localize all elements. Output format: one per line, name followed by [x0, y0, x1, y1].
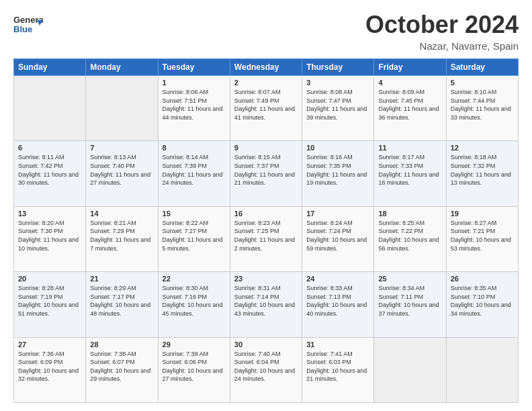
calendar-cell: 20Sunrise: 8:28 AM Sunset: 7:19 PM Dayli…: [14, 272, 86, 337]
calendar-cell: 1Sunrise: 8:06 AM Sunset: 7:51 PM Daylig…: [158, 76, 230, 141]
day-number: 26: [451, 275, 514, 283]
day-number: 25: [378, 275, 441, 283]
day-number: 8: [163, 144, 226, 152]
day-number: 7: [90, 144, 153, 152]
calendar-cell: 4Sunrise: 8:09 AM Sunset: 7:45 PM Daylig…: [374, 76, 446, 141]
day-info: Sunrise: 8:35 AM Sunset: 7:10 PM Dayligh…: [451, 284, 514, 318]
calendar-cell: 5Sunrise: 8:10 AM Sunset: 7:44 PM Daylig…: [446, 76, 518, 141]
calendar-cell: 7Sunrise: 8:13 AM Sunset: 7:40 PM Daylig…: [86, 141, 158, 206]
day-info: Sunrise: 8:28 AM Sunset: 7:19 PM Dayligh…: [18, 284, 81, 318]
calendar-cell: 13Sunrise: 8:20 AM Sunset: 7:30 PM Dayli…: [14, 206, 86, 271]
day-number: 16: [234, 210, 298, 218]
day-number: 27: [18, 340, 81, 349]
calendar-week-4: 20Sunrise: 8:28 AM Sunset: 7:19 PM Dayli…: [14, 272, 519, 337]
calendar-cell: 22Sunrise: 8:30 AM Sunset: 7:16 PM Dayli…: [158, 272, 230, 337]
day-info: Sunrise: 8:21 AM Sunset: 7:29 PM Dayligh…: [90, 219, 153, 253]
day-number: 29: [163, 340, 226, 349]
day-info: Sunrise: 8:14 AM Sunset: 7:39 PM Dayligh…: [163, 153, 226, 187]
weekday-header-monday: Monday: [86, 59, 158, 76]
page-header: General Blue October 2024 Nazar, Navarre…: [13, 11, 519, 52]
day-number: 1: [163, 79, 226, 87]
calendar-cell: 19Sunrise: 8:27 AM Sunset: 7:21 PM Dayli…: [446, 206, 518, 271]
calendar-cell: 8Sunrise: 8:14 AM Sunset: 7:39 PM Daylig…: [158, 141, 230, 206]
day-info: Sunrise: 8:16 AM Sunset: 7:35 PM Dayligh…: [306, 153, 369, 187]
calendar-cell: 21Sunrise: 8:29 AM Sunset: 7:17 PM Dayli…: [86, 272, 158, 337]
day-info: Sunrise: 8:17 AM Sunset: 7:33 PM Dayligh…: [378, 153, 441, 187]
day-info: Sunrise: 8:23 AM Sunset: 7:25 PM Dayligh…: [234, 219, 298, 253]
day-number: 21: [90, 275, 153, 283]
calendar-week-3: 13Sunrise: 8:20 AM Sunset: 7:30 PM Dayli…: [14, 206, 519, 271]
day-number: 4: [378, 79, 441, 87]
day-info: Sunrise: 8:25 AM Sunset: 7:22 PM Dayligh…: [378, 219, 441, 253]
day-number: 9: [234, 144, 298, 152]
calendar-cell: 3Sunrise: 8:08 AM Sunset: 7:47 PM Daylig…: [302, 76, 374, 141]
calendar-cell: 28Sunrise: 7:38 AM Sunset: 6:07 PM Dayli…: [86, 337, 158, 402]
day-number: 15: [163, 210, 226, 218]
calendar-cell: 29Sunrise: 7:39 AM Sunset: 6:06 PM Dayli…: [158, 337, 230, 402]
calendar-cell: 25Sunrise: 8:34 AM Sunset: 7:11 PM Dayli…: [374, 272, 446, 337]
day-info: Sunrise: 8:09 AM Sunset: 7:45 PM Dayligh…: [378, 88, 441, 122]
calendar-cell: 15Sunrise: 8:22 AM Sunset: 7:27 PM Dayli…: [158, 206, 230, 271]
day-number: 11: [378, 144, 441, 152]
weekday-header-saturday: Saturday: [446, 59, 518, 76]
day-number: 24: [306, 275, 369, 283]
calendar-cell: 10Sunrise: 8:16 AM Sunset: 7:35 PM Dayli…: [302, 141, 374, 206]
day-info: Sunrise: 7:39 AM Sunset: 6:06 PM Dayligh…: [163, 350, 226, 383]
day-info: Sunrise: 8:06 AM Sunset: 7:51 PM Dayligh…: [163, 88, 226, 122]
day-number: 18: [378, 210, 441, 218]
svg-text:Blue: Blue: [13, 24, 32, 34]
calendar-week-5: 27Sunrise: 7:36 AM Sunset: 6:09 PM Dayli…: [14, 337, 519, 402]
day-number: 5: [451, 79, 514, 87]
day-info: Sunrise: 8:27 AM Sunset: 7:21 PM Dayligh…: [451, 219, 514, 253]
day-number: 2: [234, 79, 298, 87]
day-number: 20: [18, 275, 81, 283]
day-info: Sunrise: 8:20 AM Sunset: 7:30 PM Dayligh…: [18, 219, 81, 253]
day-info: Sunrise: 8:29 AM Sunset: 7:17 PM Dayligh…: [90, 284, 153, 318]
calendar-table: SundayMondayTuesdayWednesdayThursdayFrid…: [13, 58, 519, 403]
day-number: 6: [18, 144, 81, 152]
day-number: 28: [90, 340, 153, 349]
calendar-cell: 27Sunrise: 7:36 AM Sunset: 6:09 PM Dayli…: [14, 337, 86, 402]
calendar-cell: 17Sunrise: 8:24 AM Sunset: 7:24 PM Dayli…: [302, 206, 374, 271]
day-number: 22: [163, 275, 226, 283]
weekday-header-sunday: Sunday: [14, 59, 86, 76]
calendar-cell: 14Sunrise: 8:21 AM Sunset: 7:29 PM Dayli…: [86, 206, 158, 271]
day-info: Sunrise: 7:40 AM Sunset: 6:04 PM Dayligh…: [234, 350, 298, 383]
month-title: October 2024: [365, 11, 519, 39]
day-info: Sunrise: 8:15 AM Sunset: 7:37 PM Dayligh…: [234, 153, 298, 187]
calendar-cell: [86, 76, 158, 141]
title-block: October 2024 Nazar, Navarre, Spain: [365, 11, 519, 52]
calendar-cell: 18Sunrise: 8:25 AM Sunset: 7:22 PM Dayli…: [374, 206, 446, 271]
day-info: Sunrise: 8:30 AM Sunset: 7:16 PM Dayligh…: [163, 284, 226, 318]
day-number: 12: [451, 144, 514, 152]
day-info: Sunrise: 8:34 AM Sunset: 7:11 PM Dayligh…: [378, 284, 441, 318]
calendar-cell: [14, 76, 86, 141]
weekday-header-tuesday: Tuesday: [158, 59, 230, 76]
calendar-cell: [374, 337, 446, 402]
day-number: 3: [306, 79, 369, 87]
calendar-week-1: 1Sunrise: 8:06 AM Sunset: 7:51 PM Daylig…: [14, 76, 519, 141]
day-number: 10: [306, 144, 369, 152]
day-info: Sunrise: 8:31 AM Sunset: 7:14 PM Dayligh…: [234, 284, 298, 318]
weekday-header-wednesday: Wednesday: [230, 59, 302, 76]
day-info: Sunrise: 8:11 AM Sunset: 7:42 PM Dayligh…: [18, 153, 81, 187]
day-info: Sunrise: 8:22 AM Sunset: 7:27 PM Dayligh…: [163, 219, 226, 253]
calendar-cell: 12Sunrise: 8:18 AM Sunset: 7:32 PM Dayli…: [446, 141, 518, 206]
day-info: Sunrise: 7:36 AM Sunset: 6:09 PM Dayligh…: [18, 350, 81, 383]
day-info: Sunrise: 7:38 AM Sunset: 6:07 PM Dayligh…: [90, 350, 153, 383]
calendar-cell: 6Sunrise: 8:11 AM Sunset: 7:42 PM Daylig…: [14, 141, 86, 206]
weekday-header-thursday: Thursday: [302, 59, 374, 76]
day-info: Sunrise: 8:33 AM Sunset: 7:13 PM Dayligh…: [306, 284, 369, 318]
calendar-cell: 30Sunrise: 7:40 AM Sunset: 6:04 PM Dayli…: [230, 337, 302, 402]
day-number: 30: [234, 340, 298, 349]
day-info: Sunrise: 8:08 AM Sunset: 7:47 PM Dayligh…: [306, 88, 369, 122]
day-number: 31: [306, 340, 369, 349]
day-info: Sunrise: 7:41 AM Sunset: 6:03 PM Dayligh…: [306, 350, 369, 383]
day-info: Sunrise: 8:18 AM Sunset: 7:32 PM Dayligh…: [451, 153, 514, 187]
calendar-cell: 26Sunrise: 8:35 AM Sunset: 7:10 PM Dayli…: [446, 272, 518, 337]
calendar-cell: [446, 337, 518, 402]
day-info: Sunrise: 8:10 AM Sunset: 7:44 PM Dayligh…: [451, 88, 514, 122]
calendar-cell: 24Sunrise: 8:33 AM Sunset: 7:13 PM Dayli…: [302, 272, 374, 337]
calendar-week-2: 6Sunrise: 8:11 AM Sunset: 7:42 PM Daylig…: [14, 141, 519, 206]
location-title: Nazar, Navarre, Spain: [365, 40, 519, 52]
